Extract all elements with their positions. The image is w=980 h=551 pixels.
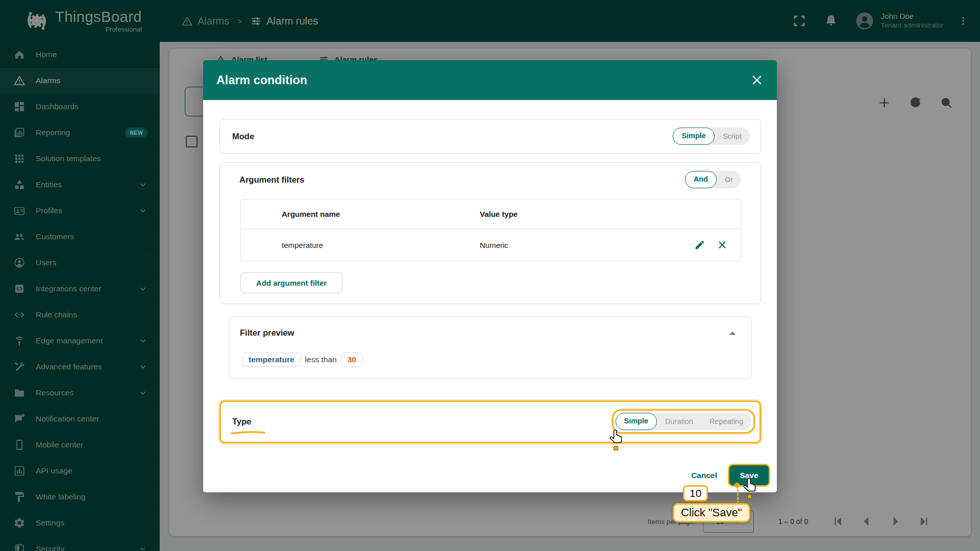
click-indicator xyxy=(614,446,618,450)
argument-chip: temperature xyxy=(242,353,301,367)
operator-toggle: And Or xyxy=(685,171,741,188)
argument-filters-section: Argument filters And Or Argument name Va… xyxy=(219,162,761,304)
pencil-icon xyxy=(694,239,705,251)
annotation-connector-dot xyxy=(734,483,740,488)
delete-argument-button[interactable] xyxy=(711,234,733,256)
screen: ThingsBoard Professional Alarms > Alarm … xyxy=(0,0,980,551)
annotation-underline xyxy=(230,431,266,435)
operator-option-or[interactable]: Or xyxy=(717,171,741,188)
close-icon[interactable] xyxy=(750,73,764,87)
annotation-step-number: 10 xyxy=(683,485,708,502)
operation-text: less than xyxy=(305,355,337,364)
type-option-repeating[interactable]: Repeating xyxy=(701,413,751,430)
mode-section: Mode Simple Script xyxy=(219,119,761,154)
cancel-button[interactable]: Cancel xyxy=(684,466,724,485)
argument-filters-title: Argument filters xyxy=(239,175,304,185)
add-argument-filter-button[interactable]: Add argument filter xyxy=(240,272,342,293)
edit-argument-button[interactable] xyxy=(689,234,711,256)
chevron-up-icon[interactable] xyxy=(727,328,738,339)
type-toggle: Simple Duration Repeating xyxy=(616,413,751,430)
dialog-title: Alarm condition xyxy=(216,73,307,87)
table-header-row: Argument name Value type xyxy=(241,199,741,229)
table-row: temperature Numeric xyxy=(241,229,741,261)
mode-option-script[interactable]: Script xyxy=(715,128,750,145)
alarm-condition-dialog: Alarm condition Mode Simple Script Argum… xyxy=(203,60,777,492)
cell-value-type: Numeric xyxy=(480,241,689,249)
cursor-pointer-save xyxy=(743,478,760,499)
mode-label: Mode xyxy=(232,132,254,141)
cell-argument-name: temperature xyxy=(241,241,480,249)
filter-preview-title: Filter preview xyxy=(240,328,294,338)
dialog-header: Alarm condition xyxy=(203,60,777,100)
type-section-highlighted: Type Simple Duration Repeating xyxy=(219,400,761,443)
annotation-toggle-highlight: Simple Duration Repeating xyxy=(612,409,755,434)
type-label: Type xyxy=(232,417,251,427)
mode-option-simple[interactable]: Simple xyxy=(673,128,715,145)
annotation-tooltip: Click "Save" xyxy=(673,503,750,522)
operator-option-and[interactable]: And xyxy=(685,171,717,188)
close-icon xyxy=(717,239,728,251)
cursor-pointer-simple xyxy=(609,429,626,450)
filter-preview-expression: temperature less than 30 xyxy=(242,353,362,367)
filter-preview-section: Filter preview temperature less than 30 xyxy=(229,316,752,379)
type-option-duration[interactable]: Duration xyxy=(657,413,701,430)
column-value-type: Value type xyxy=(480,210,741,218)
type-option-simple[interactable]: Simple xyxy=(616,413,657,430)
click-indicator xyxy=(747,494,752,499)
argument-filters-table: Argument name Value type temperature Num… xyxy=(240,199,741,261)
mode-toggle: Simple Script xyxy=(673,128,750,145)
value-chip: 30 xyxy=(341,353,362,367)
column-argument-name: Argument name xyxy=(241,210,480,218)
